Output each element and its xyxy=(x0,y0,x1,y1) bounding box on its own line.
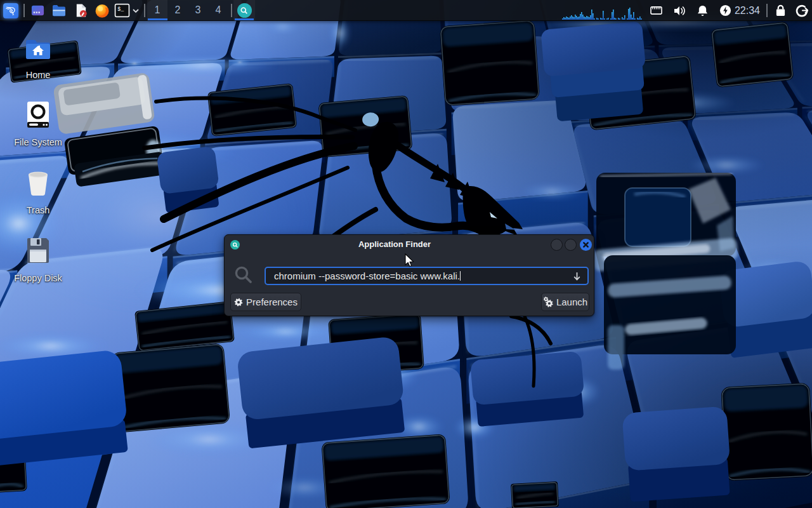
svg-text:$_: $_ xyxy=(117,6,124,13)
